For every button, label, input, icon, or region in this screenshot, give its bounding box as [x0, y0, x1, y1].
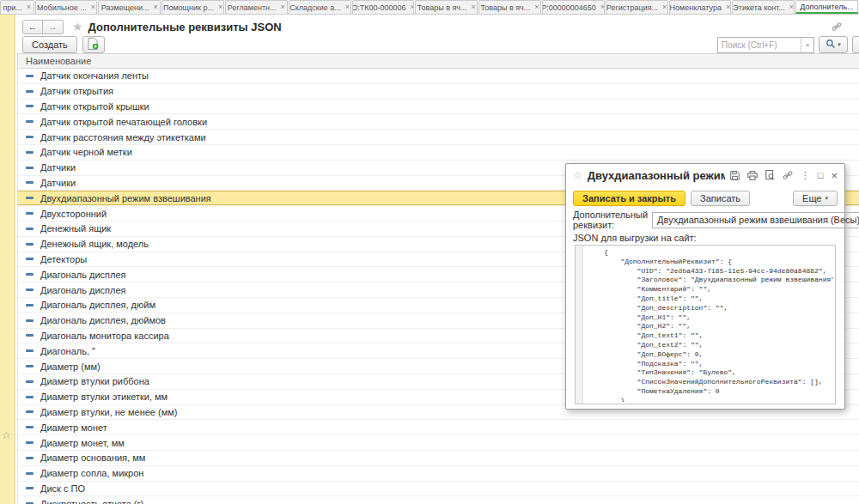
tab[interactable]: Размещени...× — [98, 0, 161, 14]
tab[interactable]: Товары в яч...× — [478, 0, 541, 14]
item-name: Диск с ПО — [40, 483, 85, 494]
json-editor[interactable]: { "ДополнительныйРеквизит": { "UID": "2e… — [575, 245, 836, 404]
item-name: Диаметр втулки этикетки, мм — [40, 392, 168, 402]
tab-close-icon[interactable]: × — [91, 3, 95, 11]
search-clear-icon[interactable]: × — [801, 38, 813, 52]
item-name: Диаметр втулки, не менее (мм) — [40, 407, 178, 417]
tab-close-icon[interactable]: × — [410, 3, 414, 11]
item-dash-icon — [26, 426, 34, 428]
tab[interactable]: при...× — [0, 0, 34, 14]
item-name: Диагональ монитора кассира — [40, 331, 169, 341]
tab-label: Товары в яч... — [417, 3, 467, 12]
table-row[interactable]: Диаметр монет — [18, 420, 859, 435]
get-link-icon[interactable] — [832, 20, 842, 35]
item-name: Датчик черной метки — [40, 147, 132, 157]
list-more-button[interactable]: Еще ▾ — [852, 36, 859, 53]
search-input[interactable] — [718, 38, 801, 52]
tab[interactable]: Регламентн...× — [225, 0, 288, 14]
create-new-item-button[interactable] — [82, 36, 105, 53]
item-dash-icon — [26, 258, 34, 260]
create-button[interactable]: Создать — [22, 36, 77, 53]
tab-close-icon[interactable]: × — [345, 3, 350, 11]
print-icon[interactable] — [747, 171, 758, 180]
table-row[interactable]: Диаметр основания, мм — [18, 451, 859, 466]
tab-close-icon[interactable]: × — [27, 3, 31, 11]
attribute-dialog: ☆ Двухдиапазонный режим в... — [565, 163, 845, 410]
tab[interactable]: О:ТК00-000006× — [352, 0, 415, 14]
tab-label: Помощник р... — [163, 3, 214, 12]
dialog-favorite-star-icon[interactable]: ☆ — [573, 169, 582, 181]
item-name: Диаметр сопла, микрон — [40, 468, 143, 478]
dialog-more-button[interactable]: Еще ▾ — [793, 191, 838, 206]
tab-label: Регламентн... — [228, 3, 277, 12]
save-icon[interactable] — [730, 171, 740, 180]
item-name: Датчик открытой крышки — [40, 101, 149, 112]
tab[interactable]: Складские а...× — [289, 0, 351, 14]
preview-icon[interactable] — [765, 170, 775, 180]
table-row[interactable]: Диаметр сопла, микрон — [18, 466, 859, 482]
favorite-star-icon[interactable]: ★ — [72, 20, 83, 33]
close-icon[interactable]: × — [831, 170, 838, 181]
attribute-field-value: Двухдиапазонный режим взвешивания (Весы) — [653, 215, 859, 225]
item-name: Датчик открытия — [40, 86, 113, 96]
tab[interactable]: Товары в яч...× — [415, 0, 478, 14]
tab[interactable]: Номенклатура× — [669, 0, 732, 14]
tab[interactable]: Дополнитель... — [795, 0, 858, 14]
search-button[interactable]: ▾ — [819, 36, 848, 53]
tab-close-icon[interactable]: × — [472, 3, 476, 11]
item-dash-icon — [26, 243, 34, 246]
item-name: Диагональ дисплея — [40, 285, 126, 295]
search-icon — [825, 39, 836, 51]
tab-close-icon[interactable]: × — [726, 3, 730, 11]
attribute-field[interactable]: Двухдиапазонный режим взвешивания (Весы) — [652, 212, 859, 228]
tab-close-icon[interactable]: × — [153, 3, 157, 11]
table-row[interactable]: Датчик открытия — [18, 84, 859, 100]
tab-close-icon[interactable]: × — [281, 3, 285, 11]
favorites-star-icon[interactable]: ☆ — [2, 429, 11, 441]
tab-label: Номенклатура — [670, 3, 722, 12]
dialog-titlebar: ☆ Двухдиапазонный режим в... — [566, 164, 844, 186]
link-icon[interactable] — [783, 170, 793, 180]
tab[interactable]: Мобильное ...× — [35, 0, 98, 14]
chevron-down-icon: ▾ — [825, 195, 828, 202]
item-dash-icon — [26, 380, 34, 383]
chevron-down-icon: ▾ — [838, 41, 841, 48]
table-row[interactable]: Диск с ПО — [18, 482, 859, 497]
search-box: × — [717, 37, 814, 53]
forward-button[interactable]: → — [43, 20, 64, 34]
table-row[interactable]: Датчик открытой крышки — [18, 100, 859, 115]
item-name: Диаметр (мм) — [40, 361, 101, 372]
column-header-name: Наименование — [26, 56, 91, 66]
maximize-icon[interactable]: □ — [818, 171, 824, 180]
dialog-titlebar-icons: ⋮ □ × — [730, 170, 838, 181]
table-row[interactable]: Датчик открытой печатающей головки — [18, 114, 859, 130]
tab-close-icon[interactable]: × — [789, 3, 794, 11]
item-name: Двухдиапазонный режим взвешивания — [40, 193, 211, 203]
tab-close-icon[interactable]: × — [662, 3, 667, 11]
tab[interactable]: Р:00000004650× — [542, 0, 605, 14]
tab[interactable]: Регистрация...× — [606, 0, 668, 14]
table-row[interactable]: Диаметр монет, мм — [18, 435, 859, 451]
tab-close-icon[interactable]: × — [218, 3, 222, 11]
table-row[interactable]: Дискретность отчета (г) — [18, 496, 859, 504]
table-row[interactable]: Датчик окончания ленты — [18, 69, 859, 84]
tab-close-icon[interactable]: × — [600, 3, 605, 11]
save-button[interactable]: Записать — [691, 191, 750, 206]
search-group: × ▾ Еще ▾ — [717, 36, 859, 53]
tab[interactable]: Помощник р...× — [161, 0, 224, 14]
table-row[interactable]: Датчик черной метки — [18, 145, 859, 161]
table-header[interactable]: Наименование — [17, 53, 859, 69]
tab[interactable]: Этикета конт...× — [732, 0, 795, 14]
save-and-close-button[interactable]: Записать и закрыть — [573, 191, 685, 206]
table-row[interactable]: Датчик расстояния между этикетками — [18, 130, 859, 145]
item-dash-icon — [26, 441, 34, 444]
item-dash-icon — [26, 75, 34, 77]
item-dash-icon — [26, 457, 34, 459]
item-dash-icon — [26, 105, 34, 107]
more-dots-icon[interactable]: ⋮ — [801, 171, 810, 180]
tab-close-icon[interactable]: × — [534, 3, 539, 11]
json-editor-text[interactable]: { "ДополнительныйРеквизит": { "UID": "2e… — [588, 248, 833, 402]
item-dash-icon — [26, 167, 34, 169]
back-button[interactable]: ← — [22, 20, 43, 34]
tab-label: Складские а... — [289, 3, 341, 12]
